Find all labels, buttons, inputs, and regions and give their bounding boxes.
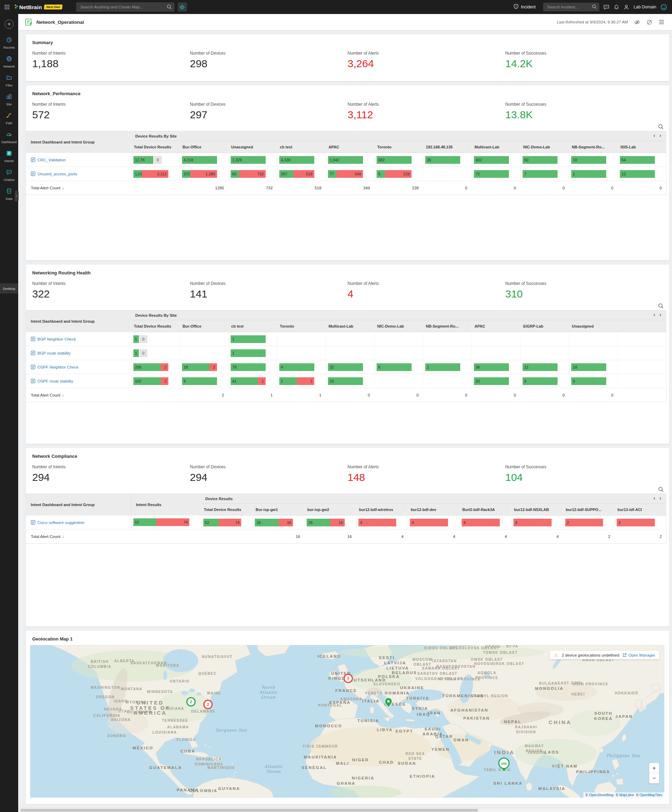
result-bars bbox=[571, 349, 606, 357]
intent-link[interactable]: Cisco software suggestion bbox=[38, 520, 84, 525]
red-bar: 16 bbox=[279, 519, 293, 526]
network-performance-section: Network_Performance Number of Intents572… bbox=[26, 85, 669, 260]
open-manager-link[interactable]: Open Manager bbox=[623, 653, 655, 657]
table-search-icon[interactable] bbox=[658, 124, 663, 130]
hide-alerts-icon[interactable] bbox=[634, 19, 640, 25]
device-cluster-marker[interactable]: 2 bbox=[187, 698, 195, 706]
sidebar-item-path[interactable]: Path bbox=[0, 109, 18, 128]
result-cell: 4,330 bbox=[277, 153, 326, 167]
auto-refresh-off-icon[interactable] bbox=[646, 19, 652, 25]
global-search-input[interactable] bbox=[76, 2, 174, 12]
zoom-in-button[interactable]: + bbox=[649, 763, 659, 773]
table-search-icon[interactable] bbox=[658, 303, 663, 309]
table-pager: ‹› bbox=[652, 132, 663, 138]
intent-link[interactable]: BGP route stability bbox=[38, 351, 71, 355]
footer-value: 2 bbox=[179, 388, 228, 402]
chat-icon[interactable] bbox=[604, 4, 609, 10]
notifications-bell-icon[interactable] bbox=[614, 4, 619, 10]
sidebar-item-dashboard[interactable]: Dashboard bbox=[0, 128, 18, 147]
search-icon[interactable] bbox=[592, 4, 597, 10]
intent-link[interactable]: OSPF Neighbor Check bbox=[38, 365, 78, 369]
intent-link[interactable]: BGP Neighbor Check bbox=[38, 337, 76, 341]
device-cluster-marker[interactable]: 3 bbox=[344, 674, 353, 682]
column-header bbox=[617, 320, 666, 332]
kpi-label: Number of Alerts bbox=[348, 464, 505, 469]
map-label: MÉXICO bbox=[133, 746, 153, 750]
result-bars: 182 bbox=[182, 363, 217, 371]
total-alert-count[interactable]: Total Alert Count↓ bbox=[26, 388, 131, 402]
green-bar: 26 bbox=[307, 519, 330, 526]
search-icon[interactable] bbox=[167, 4, 172, 11]
attribution-link[interactable]: © OpenMapTiles bbox=[636, 793, 662, 797]
column-header: Toronto bbox=[374, 141, 423, 153]
kpi-value: 310 bbox=[505, 288, 663, 300]
geolocation-map[interactable]: BRITISHCOLUMBIAALBERTASASKATCHEWANMANITO… bbox=[30, 645, 664, 798]
table-search-icon[interactable] bbox=[658, 486, 663, 492]
top-bar: NetBrain Next-Gen Incident bbox=[0, 0, 672, 14]
result-bars bbox=[328, 335, 363, 343]
sidebar-item-network[interactable]: Network bbox=[0, 53, 18, 72]
red-bar: 2 bbox=[565, 519, 604, 526]
dashboard-header: Network_Operational Last Refreshed at 9/… bbox=[18, 14, 672, 30]
attribution-link[interactable]: © OpenStreetMap bbox=[585, 793, 614, 797]
prev-page-button[interactable]: ‹ bbox=[652, 132, 657, 138]
result-bars: 4,330 bbox=[279, 156, 314, 164]
green-bar: 1 bbox=[231, 349, 266, 357]
map-label: DELAWARE bbox=[191, 710, 216, 713]
user-icon[interactable] bbox=[623, 4, 629, 10]
map-label: QATAR bbox=[435, 734, 453, 739]
next-page-button[interactable]: › bbox=[657, 132, 663, 138]
kpi: Number of Alerts3,112 bbox=[348, 102, 505, 120]
scrollbar-thumb[interactable] bbox=[20, 809, 478, 812]
sidebar-item-recents[interactable]: Recents bbox=[0, 34, 18, 53]
intent-link[interactable]: OSPF route stability bbox=[38, 379, 73, 383]
prev-page-button[interactable]: ‹ bbox=[652, 312, 657, 317]
assistant-icon[interactable] bbox=[660, 4, 667, 10]
result-cell: 4 bbox=[511, 515, 563, 530]
intent-link[interactable]: Unused_access_ports bbox=[38, 172, 77, 176]
next-page-button[interactable]: › bbox=[657, 312, 663, 317]
footer-value bbox=[131, 388, 179, 402]
create-map-icon[interactable] bbox=[178, 2, 187, 12]
map-label: TÜRKİYE bbox=[406, 696, 430, 700]
column-header: Bur-Office bbox=[179, 320, 228, 332]
sidebar-item-chatbot[interactable]: Chatbot bbox=[0, 166, 18, 185]
kpi-label: Number of Alerts bbox=[348, 281, 505, 286]
horizontal-scrollbar[interactable] bbox=[18, 808, 672, 812]
intent-link[interactable]: CRC_Validation bbox=[38, 158, 66, 162]
map-label: NIGERIA bbox=[352, 776, 375, 780]
total-alert-count[interactable]: Total Alert Count↓ bbox=[26, 181, 131, 195]
map-label: VIỆT NAM bbox=[552, 764, 578, 769]
incident-menu[interactable]: Incident bbox=[513, 4, 536, 10]
result-bars bbox=[182, 335, 217, 343]
kpi: Number of Intents322 bbox=[32, 281, 190, 300]
attribution-link[interactable]: © MapLibre bbox=[616, 793, 634, 797]
sidebar-expand-icon[interactable]: › bbox=[15, 191, 19, 201]
column-header: NB-Segment-Ro... bbox=[569, 141, 617, 153]
next-page-button[interactable]: › bbox=[657, 495, 663, 501]
sidebar-item-site[interactable]: Site bbox=[0, 90, 18, 109]
zoom-out-button[interactable]: − bbox=[649, 773, 659, 783]
menu-icon[interactable] bbox=[659, 20, 664, 24]
map-label: IRAN bbox=[428, 711, 441, 715]
incident-search-input[interactable] bbox=[543, 3, 599, 11]
prev-page-button[interactable]: ‹ bbox=[652, 495, 657, 501]
world-map[interactable]: BRITISHCOLUMBIAALBERTASASKATCHEWANMANITO… bbox=[30, 645, 664, 798]
app-grid-icon[interactable] bbox=[4, 4, 10, 10]
result-bars: 6 bbox=[377, 363, 412, 371]
device-cluster-marker[interactable]: 2 bbox=[204, 700, 212, 709]
result-cell bbox=[520, 346, 569, 360]
map-label: MARTINIQUE bbox=[208, 766, 235, 769]
sidebar-item-files[interactable]: Files bbox=[0, 72, 18, 90]
domain-selector[interactable]: Lab Domain bbox=[633, 5, 656, 9]
result-cell bbox=[374, 374, 423, 388]
desktop-tab[interactable]: Desktop bbox=[0, 283, 18, 293]
footer-value: 4 bbox=[356, 530, 408, 544]
sidebar-item-intents[interactable]: Intents bbox=[0, 147, 18, 166]
total-alert-count[interactable]: Total Alert Count↓ bbox=[26, 530, 131, 544]
green-bar: 10 bbox=[571, 156, 606, 164]
result-bars: 60732 bbox=[231, 170, 266, 178]
map-label: VENETO bbox=[365, 691, 383, 695]
add-button[interactable]: + bbox=[5, 20, 14, 29]
result-bars: 1 bbox=[231, 335, 266, 343]
